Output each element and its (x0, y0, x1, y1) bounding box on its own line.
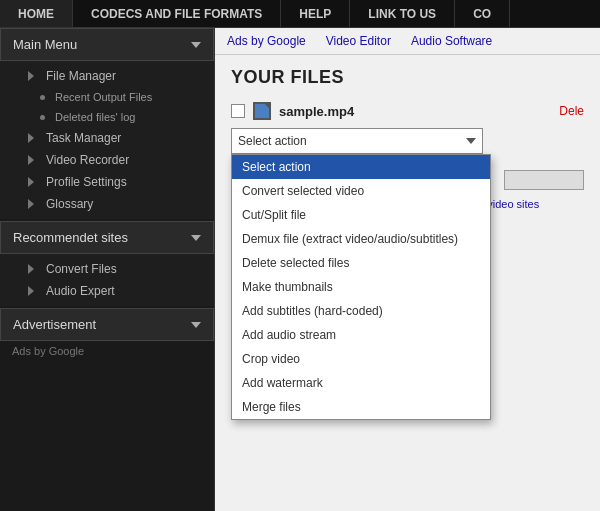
sidebar-item-label: File Manager (46, 69, 116, 83)
nav-co[interactable]: CO (455, 0, 510, 27)
select-action-label: Select action (238, 134, 307, 148)
nav-codecs[interactable]: CODECS AND FILE FORMATS (73, 0, 281, 27)
sidebar-recommended-items: Convert Files Audio Expert (0, 254, 214, 306)
sidebar-advertisement-arrow (191, 322, 201, 328)
sidebar: Main Menu File Manager Recent Output Fil… (0, 28, 215, 511)
sidebar-header-main-menu[interactable]: Main Menu (0, 28, 214, 61)
sidebar-section-advertisement: Advertisement Ads by Google (0, 308, 214, 361)
sidebar-item-label: Glossary (46, 197, 93, 211)
top-navigation: HOME CODECS AND FILE FORMATS HELP LINK T… (0, 0, 600, 28)
sidebar-section-main-menu: Main Menu File Manager Recent Output Fil… (0, 28, 214, 219)
sidebar-section-recommended: Recommendet sites Convert Files Audio Ex… (0, 221, 214, 306)
your-files-title: YOUR FILES (231, 67, 584, 88)
select-action-wrapper: Select action Select action Convert sele… (231, 128, 483, 154)
dropdown-item-audio-stream[interactable]: Add audio stream (232, 323, 490, 347)
sidebar-header-recommended[interactable]: Recommendet sites (0, 221, 214, 254)
file-checkbox[interactable] (231, 104, 245, 118)
triangle-icon (28, 286, 34, 296)
sidebar-ads-by-google: Ads by Google (0, 341, 214, 361)
select-action-arrow-icon (466, 138, 476, 144)
dropdown-item-demux[interactable]: Demux file (extract video/audio/subtitle… (232, 227, 490, 251)
file-row: sample.mp4 Dele (231, 102, 584, 120)
sidebar-header-advertisement[interactable]: Advertisement (0, 308, 214, 341)
dropdown-item-watermark[interactable]: Add watermark (232, 371, 490, 395)
triangle-icon (28, 177, 34, 187)
file-name: sample.mp4 (279, 104, 551, 119)
triangle-icon (28, 133, 34, 143)
sidebar-item-profile-settings[interactable]: Profile Settings (0, 171, 214, 193)
main-layout: Main Menu File Manager Recent Output Fil… (0, 28, 600, 511)
sidebar-main-menu-arrow (191, 42, 201, 48)
sidebar-main-menu-label: Main Menu (13, 37, 77, 52)
sidebar-recommended-arrow (191, 235, 201, 241)
ads-by-google-link[interactable]: Ads by Google (227, 34, 306, 48)
sidebar-advertisement-label: Advertisement (13, 317, 96, 332)
dropdown-item-select-action[interactable]: Select action (232, 155, 490, 179)
triangle-icon (28, 155, 34, 165)
delete-link[interactable]: Dele (559, 104, 584, 118)
dropdown-item-cut-split[interactable]: Cut/Split file (232, 203, 490, 227)
main-content: Ads by Google Video Editor Audio Softwar… (215, 28, 600, 511)
your-files-section: YOUR FILES sample.mp4 Dele Select action (215, 55, 600, 222)
dropdown-item-merge[interactable]: Merge files (232, 395, 490, 419)
nav-link-to-us[interactable]: LINK TO US (350, 0, 455, 27)
sidebar-item-recent-output[interactable]: Recent Output Files (0, 87, 214, 107)
sidebar-item-label: Convert Files (46, 262, 117, 276)
bullet-icon (40, 115, 45, 120)
dropdown-item-subtitles[interactable]: Add subtitles (hard-coded) (232, 299, 490, 323)
select-action-display[interactable]: Select action (231, 128, 483, 154)
sidebar-item-label: Audio Expert (46, 284, 115, 298)
action-dropdown: Select action Convert selected video Cut… (231, 154, 491, 420)
audio-software-link[interactable]: Audio Software (411, 34, 492, 48)
sidebar-item-file-manager[interactable]: File Manager (0, 65, 214, 87)
sidebar-item-audio-expert[interactable]: Audio Expert (0, 280, 214, 302)
nav-help[interactable]: HELP (281, 0, 350, 27)
dropdown-item-thumbnails[interactable]: Make thumbnails (232, 275, 490, 299)
dropdown-item-crop[interactable]: Crop video (232, 347, 490, 371)
triangle-icon (28, 71, 34, 81)
triangle-icon (28, 199, 34, 209)
sidebar-item-label: Video Recorder (46, 153, 129, 167)
bullet-icon (40, 95, 45, 100)
nav-home[interactable]: HOME (0, 0, 73, 27)
ads-bar: Ads by Google Video Editor Audio Softwar… (215, 28, 600, 55)
sidebar-item-label: Recent Output Files (55, 91, 152, 103)
sidebar-item-label: Profile Settings (46, 175, 127, 189)
sidebar-item-label: Task Manager (46, 131, 121, 145)
video-editor-link[interactable]: Video Editor (326, 34, 391, 48)
file-icon-shape (255, 104, 269, 118)
sidebar-item-convert-files[interactable]: Convert Files (0, 258, 214, 280)
rename-input[interactable] (504, 170, 584, 190)
sidebar-item-task-manager[interactable]: Task Manager (0, 127, 214, 149)
file-icon (253, 102, 271, 120)
sidebar-item-video-recorder[interactable]: Video Recorder (0, 149, 214, 171)
dropdown-item-delete-selected[interactable]: Delete selected files (232, 251, 490, 275)
triangle-icon (28, 264, 34, 274)
sidebar-main-menu-items: File Manager Recent Output Files Deleted… (0, 61, 214, 219)
dropdown-item-convert[interactable]: Convert selected video (232, 179, 490, 203)
sidebar-item-glossary[interactable]: Glossary (0, 193, 214, 215)
sidebar-item-label: Deleted files' log (55, 111, 135, 123)
sidebar-item-deleted-files[interactable]: Deleted files' log (0, 107, 214, 127)
sidebar-recommended-label: Recommendet sites (13, 230, 128, 245)
action-row: Select action Select action Convert sele… (231, 128, 584, 154)
